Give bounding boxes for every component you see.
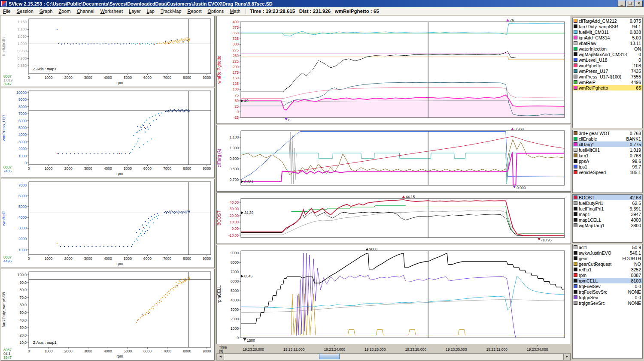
channel-row[interactable]: BOOST42.63 bbox=[573, 195, 642, 200]
scatter-chart-fuelmltcll1[interactable]: 1.1501.1001.0501.0000.9500.9000.85001000… bbox=[1, 16, 215, 87]
menu-item-zoom[interactable]: Zoom bbox=[55, 8, 73, 15]
scatter-chart-wmpress-u17[interactable]: 1000090008000700060005000400030002000100… bbox=[1, 88, 215, 178]
scroll-track[interactable] bbox=[224, 354, 563, 360]
channel-row[interactable]: wmRelP4496 bbox=[573, 79, 642, 85]
channel-row[interactable]: fuelMltCll11.019 bbox=[573, 147, 642, 153]
strip-chart-clltarg[interactable]: 1.1001.0000.9000.8000.700cllTarg (λ)0.96… bbox=[216, 125, 571, 192]
channel-row[interactable]: tps199.7 bbox=[573, 164, 642, 169]
channel-name: waterInjection bbox=[579, 46, 634, 51]
channel-value: 4496 bbox=[631, 80, 642, 85]
channel-value: 4000 bbox=[631, 217, 642, 223]
svg-text:rpm: rpm bbox=[116, 262, 123, 266]
channel-row[interactable]: map13947 bbox=[573, 211, 642, 217]
channel-row[interactable]: waterInjectionON bbox=[573, 46, 642, 51]
close-button[interactable]: ✕ bbox=[635, 0, 643, 7]
menu-item-worksheet[interactable]: Worksheet bbox=[97, 8, 126, 15]
menu-item-lap[interactable]: Lap bbox=[144, 8, 158, 15]
channel-row[interactable]: vbatRaw13.11 bbox=[573, 40, 642, 46]
svg-text:60.0: 60.0 bbox=[19, 303, 27, 307]
menu-item-layer[interactable]: Layer bbox=[126, 8, 144, 15]
h-scrollbar[interactable]: ◄ ► bbox=[216, 353, 571, 361]
channel-row[interactable]: fuelMlt_CM3110.838 bbox=[573, 29, 642, 35]
svg-text:50: 50 bbox=[235, 99, 239, 103]
menu-item-session[interactable]: Session bbox=[14, 8, 36, 15]
channel-row[interactable]: cllEnableBANK1 bbox=[573, 136, 642, 141]
scatter-chart-fan7duty[interactable]: 100.090.080.070.060.050.040.030.020.010.… bbox=[1, 269, 215, 361]
channel-row[interactable]: cllTarg10.775 bbox=[573, 141, 642, 147]
menu-item-channel[interactable]: Channel bbox=[74, 8, 97, 15]
channel-color-swatch bbox=[574, 279, 577, 283]
channel-row[interactable]: fuelDutyPri162.5 bbox=[573, 200, 642, 206]
channel-row[interactable]: act150.9 bbox=[573, 244, 642, 250]
channel-row[interactable]: gearCutRequestNO bbox=[573, 261, 642, 267]
channel-row[interactable]: cllTargAdd_CM2120.075 bbox=[573, 18, 642, 24]
channel-name: trqIgnSev bbox=[579, 295, 635, 300]
maximize-button[interactable]: ❐ bbox=[626, 0, 634, 7]
menu-item-report[interactable]: Report bbox=[184, 8, 204, 15]
scroll-thumb[interactable] bbox=[319, 354, 339, 359]
channel-color-swatch bbox=[574, 58, 577, 62]
channel-row[interactable]: ppsA99.6 bbox=[573, 158, 642, 164]
strip-chart-rpmcell[interactable]: 9000800070006000500040003000200010000rpm… bbox=[216, 245, 571, 344]
channel-row[interactable]: trqIgnSevSrcNONE bbox=[573, 300, 642, 306]
svg-text:0: 0 bbox=[28, 166, 30, 171]
channel-color-swatch bbox=[574, 218, 577, 222]
channel-row[interactable]: rpmCELL8100 bbox=[573, 278, 642, 283]
channel-row[interactable]: wmPghetto108 bbox=[573, 63, 642, 68]
channel-color-swatch bbox=[574, 170, 577, 174]
channel-row[interactable]: relFp13252 bbox=[573, 267, 642, 272]
channel-row[interactable]: map1CELL4000 bbox=[573, 217, 642, 223]
menu-item-options[interactable]: Options bbox=[204, 8, 227, 15]
channel-row[interactable]: fuelFinalPri19.391 bbox=[573, 206, 642, 211]
channel-row[interactable]: fan7Duty_wmpSSR94.1 bbox=[573, 24, 642, 29]
svg-text:2000: 2000 bbox=[64, 349, 73, 353]
channel-row[interactable]: wmPress_U177435 bbox=[573, 68, 642, 74]
menu-item-graph[interactable]: Graph bbox=[36, 8, 56, 15]
svg-text:0.000: 0.000 bbox=[516, 186, 526, 190]
channel-row[interactable]: awkwJustinEVO546.1 bbox=[573, 250, 642, 256]
channel-row[interactable]: wmRelPghetto65 bbox=[573, 85, 642, 90]
channel-row[interactable]: trqIgnSev0.0 bbox=[573, 295, 642, 300]
channel-row[interactable]: rpm8087 bbox=[573, 272, 642, 278]
minimize-button[interactable]: _ bbox=[618, 0, 626, 7]
svg-text:300: 300 bbox=[233, 42, 239, 46]
channel-row[interactable]: wmPress_U17-f(100)7555 bbox=[573, 74, 642, 79]
svg-text:19:23:22.000: 19:23:22.000 bbox=[283, 347, 305, 352]
svg-text:350: 350 bbox=[233, 31, 239, 35]
svg-text:5000: 5000 bbox=[18, 205, 27, 209]
channel-row[interactable]: wmLevel_U180 bbox=[573, 57, 642, 63]
menu-separator bbox=[246, 9, 246, 14]
channel-row[interactable]: 3rd+ gear WOT0.768 bbox=[573, 130, 642, 136]
channel-name: ignAdd_CM314 bbox=[579, 35, 632, 40]
scroll-left-arrow-icon[interactable]: ◄ bbox=[217, 354, 224, 360]
svg-text:1.100: 1.100 bbox=[230, 135, 239, 139]
svg-text:0: 0 bbox=[28, 349, 30, 353]
strip-chart-boost[interactable]: 40.0030.0020.0010.000.00-10.00BOOST44.15… bbox=[216, 193, 571, 244]
channel-row[interactable]: lam10.768 bbox=[573, 153, 642, 158]
channel-value: 546.1 bbox=[630, 250, 642, 256]
channel-color-swatch bbox=[574, 159, 577, 163]
channel-row[interactable]: wgMapMaxAdd_CM3130 bbox=[573, 51, 642, 57]
menu-item-math[interactable]: Math bbox=[227, 8, 243, 15]
menu-item-file[interactable]: File bbox=[0, 8, 14, 15]
channel-row[interactable]: trqFuelSev0.0 bbox=[573, 283, 642, 289]
channel-row[interactable]: gearFOURTH bbox=[573, 256, 642, 261]
svg-text:4000: 4000 bbox=[104, 166, 112, 171]
channel-row[interactable]: trqFuelSevSrcNONE bbox=[573, 289, 642, 295]
channel-row[interactable]: wgMapTarg13800 bbox=[573, 223, 642, 228]
channel-value: 99.6 bbox=[632, 159, 642, 164]
channel-row[interactable]: ignAdd_CM3145.00 bbox=[573, 35, 642, 40]
channel-color-swatch bbox=[574, 295, 577, 299]
channel-row[interactable]: vehicleSpeed185.1 bbox=[573, 169, 642, 175]
menu-item-trackmap[interactable]: TrackMap bbox=[158, 8, 185, 15]
time-axis: Time(s)19:23:20.00019:23:22.00019:23:24.… bbox=[216, 345, 571, 353]
scatter-chart-wmrelp[interactable]: 7000600050004000300020001000010002000300… bbox=[1, 179, 215, 268]
channel-name: wmPress_U17-f(100) bbox=[579, 74, 631, 79]
channel-color-swatch bbox=[574, 153, 577, 157]
strip-chart-wmrelpghetto[interactable]: 4003753503253002752502252001751501251007… bbox=[216, 16, 571, 124]
svg-text:0.850: 0.850 bbox=[18, 63, 27, 68]
svg-text:40.00: 40.00 bbox=[230, 200, 239, 205]
scroll-right-arrow-icon[interactable]: ► bbox=[563, 354, 571, 360]
svg-text:2000: 2000 bbox=[64, 75, 73, 80]
channel-name: cllEnable bbox=[579, 136, 626, 141]
